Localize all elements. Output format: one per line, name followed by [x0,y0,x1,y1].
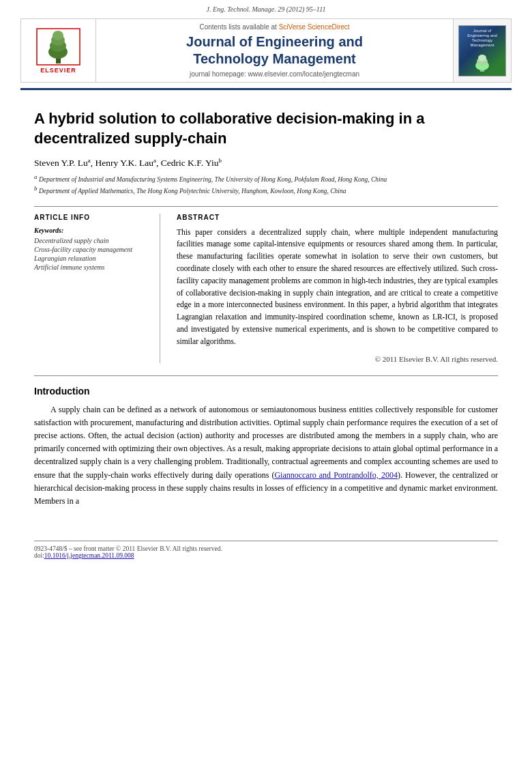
author-2: Henry Y.K. Laua [95,158,156,168]
elsevier-wordmark: ELSEVIER [40,67,76,74]
page-footer: 0923-4748/$ – see front matter © 2011 El… [34,541,498,566]
footer-issn: 0923-4748/$ – see front matter © 2011 El… [34,545,498,552]
author-1: Steven Y.P. Lua [34,158,91,168]
article-info-panel: ARTICLE INFO Keywords: Decentralized sup… [34,214,160,363]
giannoccaro-link[interactable]: Giannoccaro and Pontrandolfo, 2004 [274,470,398,480]
journal-title-line2: Technology Management [193,51,356,66]
elsevier-logo-area: ELSEVIER [21,19,96,82]
keywords-label: Keywords: [34,227,151,234]
section-divider [34,375,498,376]
footer-doi[interactable]: doi:10.1016/j.jengtecman.2011.09.008 [34,552,498,559]
thumb-title: Journal ofEngineering andTechnologyManag… [467,29,497,48]
info-abstract-section: ARTICLE INFO Keywords: Decentralized sup… [34,206,498,363]
journal-title-area: Contents lists available at SciVerse Sci… [96,19,453,82]
copyright-line: © 2011 Elsevier B.V. All rights reserved… [177,355,498,363]
thumb-tree-icon [469,53,496,72]
article-content: A hybrid solution to collaborative decis… [0,90,532,527]
journal-title: Journal of Engineering and Technology Ma… [186,33,363,68]
keyword-1: Decentralized supply chain [34,237,151,244]
article-info-title: ARTICLE INFO [34,214,151,221]
journal-url[interactable]: journal homepage: www.elsevier.com/locat… [190,70,359,78]
author-3: Cedric K.F. Yiub [161,158,222,168]
journal-thumbnail-area: Journal ofEngineering andTechnologyManag… [453,19,511,82]
keyword-3: Lagrangian relaxation [34,255,151,262]
journal-title-line1: Journal of Engineering and [186,34,363,49]
page-wrapper: J. Eng. Technol. Manage. 29 (2012) 95–11… [0,0,532,774]
article-title: A hybrid solution to collaborative decis… [34,109,498,148]
journal-header: ELSEVIER Contents lists available at Sci… [20,18,512,83]
sciverse-link[interactable]: SciVerse ScienceDirect [279,23,350,31]
affiliations: a Department of Industrial and Manufactu… [34,173,498,197]
contents-text: Contents lists available at [199,23,276,31]
doi-link[interactable]: 10.1016/j.jengtecman.2011.09.008 [44,552,134,559]
affiliation-b: b Department of Applied Mathematics, The… [34,184,498,196]
introduction-body: A supply chain can be defined as a netwo… [34,403,498,508]
intro-paragraph-1: A supply chain can be defined as a netwo… [34,403,498,508]
authors-line: Steven Y.P. Lua, Henry Y.K. Laua, Cedric… [34,156,498,169]
abstract-body: This paper considers a decentralized sup… [177,227,498,348]
keyword-4: Artificial immune systems [34,263,151,271]
citation-text: J. Eng. Technol. Manage. 29 (2012) 95–11… [207,5,326,13]
doi-text: doi: [34,552,44,559]
elsevier-tree-icon [36,28,80,66]
elsevier-tree-container [36,28,80,66]
introduction-title: Introduction [34,386,498,397]
abstract-title: ABSTRACT [177,214,498,221]
abstract-panel: ABSTRACT This paper considers a decentra… [177,214,498,363]
keyword-2: Cross-facility capacity management [34,246,151,253]
citation-bar: J. Eng. Technol. Manage. 29 (2012) 95–11… [0,0,532,16]
affiliation-a: a Department of Industrial and Manufactu… [34,173,498,184]
journal-cover-thumbnail: Journal ofEngineering andTechnologyManag… [458,25,506,76]
sciverse-line: Contents lists available at SciVerse Sci… [199,23,349,31]
svg-point-9 [478,55,486,61]
svg-point-4 [53,31,63,40]
